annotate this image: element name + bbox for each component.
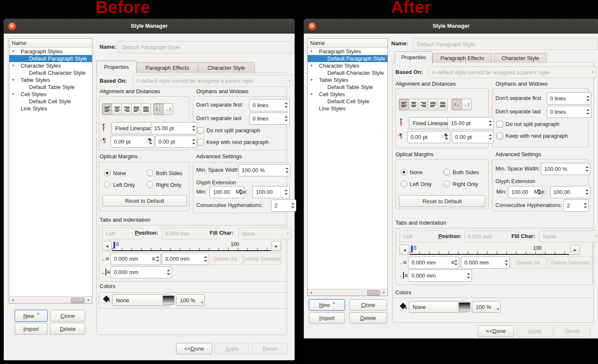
scroll-left-icon[interactable]: ◂ xyxy=(308,290,314,295)
scrollbar-thumb[interactable] xyxy=(71,298,84,303)
optical-left-radio[interactable] xyxy=(400,181,407,187)
spinner-buttons[interactable] xyxy=(487,118,493,129)
expander-icon[interactable]: ▾ xyxy=(311,76,313,84)
titlebar[interactable]: ✕ Style Manager xyxy=(304,19,598,34)
optical-none-radio[interactable] xyxy=(104,170,111,176)
new-button[interactable]: New▾ xyxy=(309,299,345,311)
style-name-input[interactable]: Default Paragraph Style xyxy=(413,38,598,50)
min-space-width-spinbox[interactable]: 100.00 % xyxy=(541,163,590,175)
ruler-scroll-right-button[interactable]: ▶ xyxy=(271,241,281,251)
align-justify-button[interactable] xyxy=(428,99,438,110)
left-indent-spinbox[interactable]: 0.000 mm xyxy=(111,266,172,278)
tree-item-line-styles[interactable]: Line Styles xyxy=(9,105,92,112)
min-space-width-spinbox[interactable]: 100.00 % xyxy=(238,164,290,176)
keep-first-lines-spinbox[interactable]: 0 lines xyxy=(249,99,290,111)
align-left-button[interactable] xyxy=(399,99,409,110)
expander-icon[interactable]: ▾ xyxy=(311,48,313,55)
right-indent-spinbox[interactable]: 0.000 mm xyxy=(162,253,209,265)
tree-item-character-styles[interactable]: ▾Character Styles xyxy=(308,62,387,69)
align-force-justify-button[interactable] xyxy=(141,103,151,115)
tree-item-default-character-style[interactable]: Default Character Style xyxy=(308,69,387,76)
ruler-scroll-right-button[interactable]: ▶ xyxy=(570,245,580,255)
direction-ltr-button[interactable]: I→ xyxy=(452,99,462,110)
line-spacing-spinbox[interactable]: 15.00 pt xyxy=(151,122,197,134)
tab-character-style[interactable]: Character Style xyxy=(198,62,255,73)
ruler-cursor[interactable] xyxy=(411,246,413,252)
fill-char-combo[interactable]: None▾ xyxy=(238,228,291,239)
tab-position-spinbox[interactable]: 0.000 mm xyxy=(464,230,519,242)
ruler-cursor[interactable] xyxy=(113,242,115,249)
tree-item-default-character-style[interactable]: Default Character Style xyxy=(9,69,92,76)
keep-last-lines-spinbox[interactable]: 0 lines xyxy=(547,106,591,118)
consecutive-hyphenations-spinbox[interactable]: 2 xyxy=(271,199,296,212)
scroll-left-icon[interactable]: ◂ xyxy=(10,297,16,303)
shade-combo[interactable]: 100 %▾ xyxy=(472,301,501,313)
apply-button[interactable]: Apply xyxy=(215,343,249,354)
do-not-split-checkbox[interactable] xyxy=(197,127,204,134)
spinner-buttons[interactable] xyxy=(585,106,591,118)
reset-to-default-button[interactable]: Reset to Default xyxy=(399,195,485,207)
optical-right-radio[interactable] xyxy=(147,181,153,188)
done-button[interactable]: << Done xyxy=(176,343,212,354)
align-right-button[interactable] xyxy=(418,99,428,110)
spinner-buttons[interactable] xyxy=(487,131,493,143)
tree-item-table-styles[interactable]: ▾Table Styles xyxy=(308,76,387,84)
tab-properties[interactable]: Properties xyxy=(395,51,432,63)
tree-item-default-cell-style[interactable]: Default Cell Style xyxy=(308,98,387,105)
tab-position-spinbox[interactable]: 0.000 mm xyxy=(162,228,217,239)
tab-paragraph-effects[interactable]: Paragraph Effects xyxy=(136,62,198,73)
align-center-button[interactable] xyxy=(112,103,122,115)
delete-button[interactable]: Delete xyxy=(349,312,387,324)
fill-char-combo[interactable]: None▾ xyxy=(539,230,598,242)
spinner-buttons[interactable] xyxy=(290,200,296,211)
align-left-button[interactable] xyxy=(102,103,112,115)
tree-horizontal-scrollbar[interactable]: ◂ ▸ xyxy=(9,296,92,303)
tree-header-name[interactable]: Name xyxy=(308,39,387,48)
tree-item-cell-styles[interactable]: ▾Cell Styles xyxy=(308,91,387,98)
tree-item-cell-styles[interactable]: ▾Cell Styles xyxy=(9,91,92,98)
scroll-right-icon[interactable]: ▸ xyxy=(381,290,387,295)
align-center-button[interactable] xyxy=(408,99,419,110)
keep-with-next-checkbox[interactable] xyxy=(197,139,204,146)
direction-ltr-button[interactable]: I→ xyxy=(153,103,163,115)
expander-icon[interactable]: ▾ xyxy=(12,91,14,98)
glyph-max-spinbox[interactable]: 100.00 xyxy=(253,186,290,198)
tree-item-default-table-style[interactable]: Default Table Style xyxy=(308,84,387,91)
align-force-justify-button[interactable] xyxy=(437,99,448,110)
tree-item-default-paragraph-style[interactable]: Default Paragraph Style xyxy=(308,55,387,62)
expander-icon[interactable]: ▾ xyxy=(12,48,14,55)
tab-properties[interactable]: Properties xyxy=(96,60,137,73)
optical-right-radio[interactable] xyxy=(443,181,450,187)
space-below-spinbox[interactable]: 0.00 pt xyxy=(155,136,197,148)
clone-button[interactable]: Clone xyxy=(50,310,85,322)
align-right-button[interactable] xyxy=(121,103,132,115)
tree-item-default-cell-style[interactable]: Default Cell Style xyxy=(9,98,92,105)
scroll-right-icon[interactable]: ▸ xyxy=(86,297,92,303)
scrollbar-thumb[interactable] xyxy=(367,290,380,296)
spinner-buttons[interactable] xyxy=(465,270,472,281)
titlebar[interactable]: ✕ Style Manager xyxy=(4,19,295,34)
expander-icon[interactable]: ▾ xyxy=(311,62,313,69)
spinner-buttons[interactable] xyxy=(582,200,588,211)
space-below-spinbox[interactable]: 0.00 pt xyxy=(452,131,494,143)
style-tree[interactable]: Name ▾Paragraph Styles Default Paragraph… xyxy=(9,38,92,304)
spinner-buttons[interactable] xyxy=(190,136,197,147)
import-button[interactable]: Import xyxy=(309,312,345,324)
direction-rtl-button[interactable]: ←I xyxy=(461,99,472,110)
ruler-scroll-left-button[interactable]: ◀ xyxy=(400,245,409,255)
spinner-buttons[interactable] xyxy=(584,186,590,198)
tree-item-table-styles[interactable]: ▾Table Styles xyxy=(9,76,92,84)
left-indent-spinbox[interactable]: 0.000 mm xyxy=(408,270,472,282)
delete-selected-button[interactable]: Delete Selected xyxy=(548,257,592,269)
glyph-max-spinbox[interactable]: 100.00 xyxy=(550,186,590,198)
consecutive-hyphenations-spinbox[interactable]: 2 xyxy=(564,199,589,212)
right-indent-spinbox[interactable]: 0.000 mm xyxy=(461,257,510,269)
keep-last-lines-spinbox[interactable]: 0 lines xyxy=(249,113,290,125)
direction-rtl-button[interactable]: ←I xyxy=(163,103,173,115)
reset-button[interactable]: Reset xyxy=(554,325,590,337)
optical-left-radio[interactable] xyxy=(104,181,111,188)
style-tree[interactable]: Name ▾Paragraph Styles Default Paragraph… xyxy=(307,38,388,296)
new-button[interactable]: New▾ xyxy=(15,310,47,322)
delete-selected-button[interactable]: Delete Selected xyxy=(243,253,281,265)
align-justify-button[interactable] xyxy=(131,103,141,115)
